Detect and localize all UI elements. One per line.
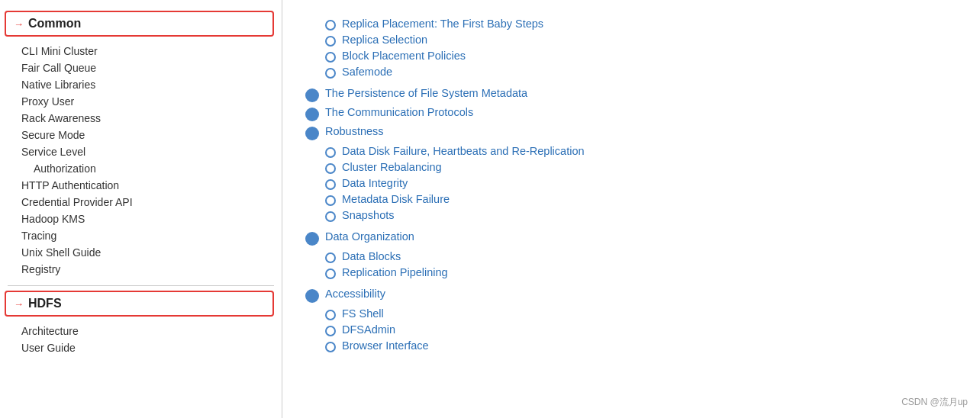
nav-item[interactable]: CLI Mini Cluster <box>0 43 282 59</box>
list-item: Metadata Disk Failure <box>325 193 957 206</box>
top-sub-list-container: Replica Placement: The First Baby StepsR… <box>305 13 957 83</box>
list-item: Replica Placement: The First Baby Steps <box>325 18 957 31</box>
list-item-row: The Communication Protocols <box>305 106 473 121</box>
main-bullet-icon <box>305 88 319 102</box>
nav-item[interactable]: Unix Shell Guide <box>0 244 282 261</box>
content-link[interactable]: Data Organization <box>325 230 414 243</box>
content-link[interactable]: Robustness <box>325 125 384 137</box>
nav-item[interactable]: Registry <box>0 261 282 278</box>
nav-item[interactable]: Hadoop KMS <box>0 211 282 227</box>
content-link[interactable]: Block Placement Policies <box>342 50 466 62</box>
content-link[interactable]: FS Shell <box>342 307 384 320</box>
sub-bullet-icon <box>325 326 336 336</box>
list-item: AccessibilityFS ShellDFSAdminBrowser Int… <box>305 288 957 357</box>
list-item: RobustnessData Disk Failure, Heartbeats … <box>305 125 957 227</box>
nav-item[interactable]: Authorization <box>0 160 282 177</box>
content-link[interactable]: The Persistence of File System Metadata <box>325 87 527 99</box>
nav-item[interactable]: HTTP Authentication <box>0 177 282 194</box>
nav-item[interactable]: Rack Awareness <box>0 110 282 127</box>
sub-bullet-icon <box>325 147 336 158</box>
section-label: HDFS <box>28 297 62 310</box>
content-link[interactable]: Snapshots <box>342 209 395 221</box>
sidebar-section-common[interactable]: →Common <box>5 11 274 37</box>
nav-item[interactable]: Service Level <box>0 143 282 160</box>
main-bullet-icon <box>305 108 319 121</box>
nav-item[interactable]: Fair Call Queue <box>0 59 282 76</box>
watermark: CSDN @流月up <box>901 396 968 409</box>
content-link[interactable]: Browser Interface <box>342 339 429 352</box>
content-link[interactable]: The Communication Protocols <box>325 106 473 118</box>
list-item: Cluster Rebalancing <box>325 161 957 174</box>
nav-items-hdfs: ArchitectureUser Guide <box>0 321 282 361</box>
content-link[interactable]: Data Blocks <box>342 250 401 262</box>
sub-list: Data BlocksReplication Pipelining <box>305 246 957 284</box>
section-label: Common <box>28 17 81 31</box>
sub-bullet-icon <box>325 163 336 174</box>
sub-bullet-icon <box>325 36 336 47</box>
sub-bullet-icon <box>325 179 336 190</box>
nav-item[interactable]: Secure Mode <box>0 127 282 143</box>
list-item-row: The Persistence of File System Metadata <box>305 87 527 102</box>
sub-bullet-icon <box>325 310 336 320</box>
nav-items-common: CLI Mini ClusterFair Call QueueNative Li… <box>0 41 282 282</box>
nav-item[interactable]: Tracing <box>0 227 282 244</box>
list-item: Data Disk Failure, Heartbeats and Re-Rep… <box>325 145 957 158</box>
top-sub-list: Replica Placement: The First Baby StepsR… <box>325 13 957 83</box>
content-link[interactable]: Replication Pipelining <box>342 266 448 278</box>
sidebar: →CommonCLI Mini ClusterFair Call QueueNa… <box>0 0 282 418</box>
content-link[interactable]: DFSAdmin <box>342 323 395 336</box>
sub-list: FS ShellDFSAdminBrowser Interface <box>305 303 957 357</box>
list-item: Safemode <box>325 66 957 79</box>
list-item: Replica Selection <box>325 34 957 47</box>
content-link[interactable]: Cluster Rebalancing <box>342 161 442 173</box>
main-bullet-icon <box>305 289 319 303</box>
list-item: Data OrganizationData BlocksReplication … <box>305 230 957 284</box>
arrow-icon: → <box>14 298 24 310</box>
sub-bullet-icon <box>325 342 336 352</box>
section-divider <box>8 285 274 286</box>
main-bullet-icon <box>305 232 319 246</box>
nav-item[interactable]: Proxy User <box>0 93 282 110</box>
list-item: Data Blocks <box>325 250 957 263</box>
nav-item[interactable]: Architecture <box>0 323 282 339</box>
sub-bullet-icon <box>325 195 336 206</box>
list-item: Block Placement Policies <box>325 50 957 63</box>
sub-bullet-icon <box>325 268 336 279</box>
list-item: Browser Interface <box>325 339 957 352</box>
content-link[interactable]: Accessibility <box>325 288 385 300</box>
list-item: Data Integrity <box>325 177 957 190</box>
sub-bullet-icon <box>325 252 336 263</box>
list-item: The Persistence of File System Metadata <box>305 87 957 102</box>
sub-bullet-icon <box>325 52 336 63</box>
list-item: DFSAdmin <box>325 323 957 336</box>
list-item: Replication Pipelining <box>325 266 957 279</box>
nav-item[interactable]: Native Libraries <box>0 76 282 93</box>
content-link[interactable]: Replica Selection <box>342 34 427 46</box>
content-link[interactable]: Replica Placement: The First Baby Steps <box>342 18 543 30</box>
sub-bullet-icon <box>325 20 336 31</box>
list-item: The Communication Protocols <box>305 106 957 121</box>
arrow-icon: → <box>14 18 24 30</box>
nav-item[interactable]: User Guide <box>0 339 282 356</box>
content-link[interactable]: Data Disk Failure, Heartbeats and Re-Rep… <box>342 145 585 157</box>
list-item: Snapshots <box>325 209 957 222</box>
content-list: Replica Placement: The First Baby StepsR… <box>305 13 957 357</box>
sub-bullet-icon <box>325 68 336 79</box>
content-link[interactable]: Safemode <box>342 66 392 78</box>
list-item-row: Robustness <box>305 125 384 140</box>
content-link[interactable]: Metadata Disk Failure <box>342 193 450 205</box>
list-item-row: Data Organization <box>305 230 414 246</box>
list-item: FS Shell <box>325 307 957 320</box>
main-bullet-icon <box>305 127 319 140</box>
sub-list: Data Disk Failure, Heartbeats and Re-Rep… <box>305 140 957 227</box>
sidebar-section-hdfs[interactable]: →HDFS <box>5 291 274 317</box>
content-link[interactable]: Data Integrity <box>342 177 408 189</box>
list-item-row: Accessibility <box>305 288 385 303</box>
main-content: Replica Placement: The First Baby StepsR… <box>282 0 980 418</box>
sub-bullet-icon <box>325 211 336 222</box>
nav-item[interactable]: Credential Provider API <box>0 194 282 211</box>
